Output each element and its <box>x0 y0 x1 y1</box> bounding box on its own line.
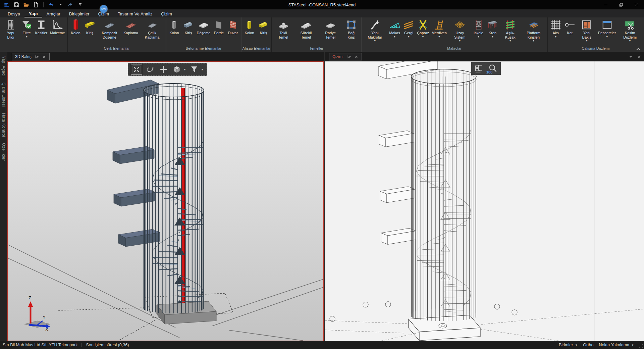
ribbon-item-elik-kaplama[interactable]: Çelik Kaplama <box>140 18 165 40</box>
footing-strip-icon <box>300 18 312 31</box>
ribbon-item-makas[interactable]: Makas▼ <box>388 18 402 39</box>
menu-izim[interactable]: Çizim <box>157 9 176 17</box>
dropdown-arrow-icon[interactable]: ▼ <box>183 68 186 71</box>
menu-yap[interactable]: Yapı <box>24 9 42 17</box>
3d-viewport[interactable]: ▼▼ ZYX <box>7 61 324 341</box>
ribbon-item-merdiven[interactable]: Merdiven▼ <box>430 18 448 39</box>
ribbon-item-kiri[interactable]: Kiriş <box>181 18 195 36</box>
dropdown-arrow-icon: ▼ <box>606 36 608 38</box>
ribbon-item-filtre[interactable]: Filtre▼ <box>20 18 34 39</box>
cross-brace-icon <box>417 18 429 31</box>
zoom-extents-button[interactable] <box>131 64 142 74</box>
ribbon-item-kolon[interactable]: Kolon <box>242 18 256 36</box>
view-filter-button[interactable] <box>189 64 200 74</box>
ribbon-item-kolon[interactable]: Kolon <box>167 18 181 36</box>
ribbon-item-perde[interactable]: Perde <box>212 18 226 36</box>
ribbon-item-label: Sürekli Temel <box>295 31 317 39</box>
ribbon-item-kaplama[interactable]: Kaplama <box>122 18 139 36</box>
view-cube-button[interactable] <box>171 64 182 74</box>
menu-dosya[interactable]: Dosya <box>3 9 24 17</box>
status-nokta-yakalama[interactable]: Nokta Yakalama▼ <box>599 343 634 347</box>
ribbon-item-uzay-sistem[interactable]: Uzay Sistem▼ <box>448 18 472 43</box>
resize-grip[interactable] <box>639 344 643 348</box>
redo-button[interactable] <box>67 1 74 8</box>
sidebar-tab-izim-listesi[interactable]: Çizim Listesi <box>1 83 6 107</box>
chevron-down-icon[interactable] <box>629 55 633 59</box>
plate-gray-icon <box>147 18 158 31</box>
ribbon-item-s-rekli-temel[interactable]: Sürekli Temel <box>294 18 319 40</box>
sidebar-tab-zellikler[interactable]: Özellikler <box>1 143 6 161</box>
new-file-button[interactable] <box>33 1 39 8</box>
app-logo-button[interactable] <box>3 1 10 8</box>
ribbon-item-pencereler[interactable]: Pencereler▼ <box>597 18 617 39</box>
close-icon[interactable] <box>354 55 359 59</box>
dropdown-arrow-icon: ▼ <box>438 36 440 38</box>
menu-tasar-m-ve-analiz[interactable]: Tasarım Ve Analiz <box>113 9 157 17</box>
ribbon-item-kolon[interactable]: Kolon <box>69 18 83 36</box>
ribbon-item-label: Kesitler <box>35 31 47 35</box>
ribbon-item-yeni-bak[interactable]: Yeni Bakış▼ <box>577 18 597 43</box>
timber-column-icon <box>244 18 255 31</box>
status-item-label: Nokta Yakalama <box>599 343 630 347</box>
ribbon-item-kiri[interactable]: Kiriş <box>256 18 270 36</box>
open-folder-button[interactable] <box>23 1 30 8</box>
ribbon-item-ba-kiri[interactable]: Bağ Kiriş <box>342 18 360 40</box>
ribbon-item-kat[interactable]: Kat <box>563 18 577 36</box>
ribbon-item-apraz[interactable]: Çapraz▼ <box>416 18 430 39</box>
pin-icon[interactable] <box>35 55 39 59</box>
dropdown-arrow-icon: ▼ <box>491 36 494 38</box>
minimize-button[interactable] <box>598 0 613 9</box>
tab-3d-view[interactable]: 3D Bakış <box>12 53 50 60</box>
close-icon[interactable] <box>42 55 46 59</box>
ribbon-item-kompozit-d-eme[interactable]: Kompozit Döşeme <box>97 18 122 40</box>
save-button[interactable] <box>13 1 20 8</box>
sheet-layout-button[interactable] <box>474 64 484 74</box>
windows-icon <box>601 18 613 31</box>
ribbon-item-radye-temel[interactable]: Radye Temel <box>318 18 342 40</box>
ribbon-item-yap-bilgi[interactable]: Yapı Bilgi <box>2 18 20 40</box>
space-frame-icon <box>454 18 466 31</box>
sidebar-tab-yap-a-ac[interactable]: Yapı Ağacı <box>1 56 6 77</box>
maximize-button[interactable] <box>613 0 629 9</box>
status-ortho[interactable]: Ortho <box>583 343 593 347</box>
status-divider <box>82 343 82 347</box>
ribbon-item-label: Makas <box>389 31 400 35</box>
menu-ara-lar[interactable]: Araçlar <box>42 9 65 17</box>
menu-birle-imler[interactable]: Birleşimler <box>65 9 94 17</box>
ribbon-item-platform-kiri-leri[interactable]: Platform Kirişleri▼ <box>521 18 546 43</box>
ribbon-item-aks[interactable]: Aks▼ <box>549 18 563 39</box>
undo-button[interactable] <box>48 1 54 8</box>
ribbon-item-label: Yapı Makrolar <box>364 31 386 39</box>
sidebar-tab-hata-kontrol[interactable]: Hata Kontrol <box>1 113 6 137</box>
status-birimler[interactable]: Birimler▼ <box>559 343 578 347</box>
building-icon <box>5 18 16 31</box>
ribbon-item-tekil-temel[interactable]: Tekil Temel <box>273 18 293 40</box>
ribbon-item-a-k-ku-ak[interactable]: Aşık-Kuşak▼ <box>499 18 521 43</box>
orbit-button[interactable] <box>145 64 155 74</box>
ribbon-collapse-button[interactable] <box>636 46 641 50</box>
ribbon-item-kiri[interactable]: Kiriş <box>83 18 97 36</box>
ribbon-item-yap-makrolar[interactable]: Yapı Makrolar▼ <box>362 18 388 43</box>
close-icon[interactable] <box>637 55 641 59</box>
dropdown-arrow-icon[interactable]: ▼ <box>201 68 204 71</box>
pan-button[interactable] <box>158 64 169 74</box>
drawing-viewport[interactable]: 100 <box>325 61 644 341</box>
close-button[interactable] <box>629 0 644 9</box>
menu-izim[interactable]: ÇizimTest <box>94 9 113 17</box>
slab-icon <box>198 18 209 31</box>
material-curve-icon <box>52 18 63 31</box>
pin-icon[interactable] <box>347 55 351 59</box>
toolbar-options-button[interactable] <box>77 1 84 8</box>
tab-drawing-view[interactable]: Çizim- <box>329 53 362 60</box>
ribbon-item-gergi[interactable]: Gergi▼ <box>401 18 416 39</box>
ribbon-item-d-eme[interactable]: Döşeme <box>195 18 212 36</box>
ribbon-item-i-skele[interactable]: İskele▼ <box>472 18 486 39</box>
ribbon-item-kesitler[interactable]: Kesitler <box>34 18 49 36</box>
ribbon-item-kren[interactable]: Kren▼ <box>485 18 499 39</box>
undo-dropdown-button[interactable] <box>57 1 64 8</box>
ribbon-item-duvar[interactable]: Duvar <box>226 18 240 36</box>
ribbon-item-kesim-d-zlemi[interactable]: Kesim Düzlemi▼ <box>617 18 643 43</box>
ribbon-item-malzeme[interactable]: Malzeme <box>49 18 66 36</box>
zoom-magnifier-button[interactable]: 100 <box>488 64 498 74</box>
dropdown-arrow-icon: ▼ <box>586 40 588 42</box>
